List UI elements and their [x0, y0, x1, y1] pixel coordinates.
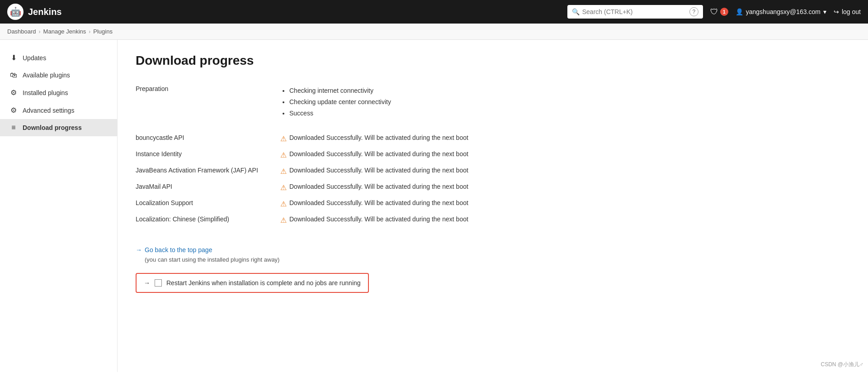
plugin-row-2: JavaBeans Activation Framework (JAF) API… [136, 163, 850, 179]
brand-name: Jenkins [28, 7, 61, 17]
back-note: (you can start using the installed plugi… [145, 256, 850, 263]
security-badge[interactable]: 🛡 1 [710, 7, 728, 17]
breadcrumb-manage-jenkins[interactable]: Manage Jenkins [43, 28, 86, 35]
restart-checkbox[interactable] [155, 279, 162, 287]
status-cell-0: ⚠ Downloaded Successfully. Will be activ… [280, 134, 850, 143]
sidebar: ⬇ Updates 🛍 Available plugins ⚙ Installe… [0, 40, 118, 372]
plugin-status-cell-1: ⚠ Downloaded Successfully. Will be activ… [280, 147, 850, 163]
user-email: yangshuangsxy@163.com [746, 8, 821, 15]
user-icon: 👤 [736, 8, 743, 15]
security-count: 1 [720, 8, 728, 16]
warning-icon-2: ⚠ [280, 167, 287, 176]
plugin-name-1: Instance Identity [136, 147, 280, 163]
warning-icon-5: ⚠ [280, 216, 287, 225]
sidebar-label-available: Available plugins [23, 72, 70, 79]
plugin-row-4: Localization Support ⚠ Downloaded Succes… [136, 196, 850, 212]
main-content: Download progress Preparation Checking i… [118, 40, 868, 372]
plugin-row-5: Localization: Chinese (Simplified) ⚠ Dow… [136, 212, 850, 228]
status-text-0: Downloaded Successfully. Will be activat… [289, 134, 468, 141]
restart-box: → Restart Jenkins when installation is c… [136, 273, 369, 293]
status-text-2: Downloaded Successfully. Will be activat… [289, 167, 468, 174]
jenkins-logo: 🤖 [7, 4, 24, 20]
sidebar-item-advanced[interactable]: ⚙ Advanced settings [0, 101, 117, 119]
status-text-1: Downloaded Successfully. Will be activat… [289, 150, 468, 158]
plugin-row-1: Instance Identity ⚠ Downloaded Successfu… [136, 147, 850, 163]
preparation-row: Preparation Checking internet connectivi… [136, 81, 850, 123]
plugin-status-cell-0: ⚠ Downloaded Successfully. Will be activ… [280, 130, 850, 147]
warning-icon-3: ⚠ [280, 183, 287, 192]
status-text-4: Downloaded Successfully. Will be activat… [289, 199, 468, 206]
sidebar-label-download-progress: Download progress [23, 124, 82, 131]
search-help-icon[interactable]: ? [689, 7, 698, 16]
status-cell-1: ⚠ Downloaded Successfully. Will be activ… [280, 150, 850, 159]
plugin-row-3: JavaMail API ⚠ Downloaded Successfully. … [136, 179, 850, 196]
breadcrumb-dashboard[interactable]: Dashboard [7, 28, 36, 35]
navbar: 🤖 Jenkins 🔍 ? 🛡 1 👤 yangshuangsxy@163.co… [0, 0, 868, 24]
status-cell-5: ⚠ Downloaded Successfully. Will be activ… [280, 215, 850, 225]
plugin-status-cell-3: ⚠ Downloaded Successfully. Will be activ… [280, 179, 850, 196]
brand-link[interactable]: 🤖 Jenkins [7, 4, 61, 20]
page-title: Download progress [136, 53, 850, 68]
restart-label: Restart Jenkins when installation is com… [166, 279, 361, 287]
logout-icon: ↪ [834, 8, 839, 15]
search-box: 🔍 ? [567, 5, 703, 19]
shield-icon: 🛡 [710, 7, 718, 17]
sidebar-label-updates: Updates [23, 54, 46, 62]
search-input[interactable] [582, 8, 687, 15]
available-icon: 🛍 [9, 71, 18, 79]
sidebar-label-advanced: Advanced settings [23, 107, 74, 114]
breadcrumb-plugins: Plugins [93, 28, 113, 35]
plugin-name-0: bouncycastle API [136, 130, 280, 147]
plugin-status-cell-4: ⚠ Downloaded Successfully. Will be activ… [280, 196, 850, 212]
plugin-name-4: Localization Support [136, 196, 280, 212]
breadcrumb-sep-2: › [89, 29, 90, 35]
status-text-5: Downloaded Successfully. Will be activat… [289, 215, 468, 223]
advanced-icon: ⚙ [9, 106, 18, 115]
status-cell-2: ⚠ Downloaded Successfully. Will be activ… [280, 167, 850, 176]
updates-icon: ⬇ [9, 53, 18, 62]
sidebar-item-available[interactable]: 🛍 Available plugins [0, 67, 117, 84]
breadcrumb-sep-1: › [39, 29, 41, 35]
logout-button[interactable]: ↪ log out [834, 8, 861, 15]
download-progress-icon: ≡ [9, 124, 18, 132]
plugin-name-2: JavaBeans Activation Framework (JAF) API [136, 163, 280, 179]
status-cell-4: ⚠ Downloaded Successfully. Will be activ… [280, 199, 850, 208]
user-dropdown-icon: ▾ [823, 8, 826, 15]
preparation-list: Checking internet connectivity Checking … [280, 85, 850, 120]
back-link-label: Go back to the top page [145, 246, 212, 253]
plugin-name-3: JavaMail API [136, 179, 280, 196]
plugin-status-cell-5: ⚠ Downloaded Successfully. Will be activ… [280, 212, 850, 228]
prep-item-1: Checking update center connectivity [289, 96, 850, 108]
user-info[interactable]: 👤 yangshuangsxy@163.com ▾ [736, 8, 826, 15]
layout: ⬇ Updates 🛍 Available plugins ⚙ Installe… [0, 40, 868, 372]
restart-arrow-icon: → [144, 279, 150, 287]
preparation-items-cell: Checking internet connectivity Checking … [280, 81, 850, 123]
warning-icon-4: ⚠ [280, 200, 287, 208]
sidebar-item-download-progress[interactable]: ≡ Download progress [0, 119, 117, 136]
back-arrow-icon: → [136, 246, 142, 253]
progress-table: Preparation Checking internet connectivi… [136, 81, 850, 228]
plugin-status-cell-2: ⚠ Downloaded Successfully. Will be activ… [280, 163, 850, 179]
sidebar-item-updates[interactable]: ⬇ Updates [0, 49, 117, 67]
status-cell-3: ⚠ Downloaded Successfully. Will be activ… [280, 183, 850, 192]
prep-item-2: Success [289, 108, 850, 119]
navbar-right: 🛡 1 👤 yangshuangsxy@163.com ▾ ↪ log out [710, 7, 861, 17]
sidebar-item-installed[interactable]: ⚙ Installed plugins [0, 84, 117, 101]
prep-item-0: Checking internet connectivity [289, 85, 850, 96]
back-to-top-link[interactable]: → Go back to the top page [136, 246, 850, 253]
logout-label: log out [842, 8, 861, 15]
sidebar-label-installed: Installed plugins [23, 89, 68, 96]
plugin-row-0: bouncycastle API ⚠ Downloaded Successful… [136, 130, 850, 147]
search-icon: 🔍 [572, 8, 580, 15]
plugin-name-5: Localization: Chinese (Simplified) [136, 212, 280, 228]
watermark: CSDN @小渔儿♂ [821, 361, 863, 368]
spacer-row [136, 123, 850, 130]
actions-section: → Go back to the top page (you can start… [136, 246, 850, 293]
preparation-label: Preparation [136, 81, 280, 123]
status-text-3: Downloaded Successfully. Will be activat… [289, 183, 468, 190]
warning-icon-0: ⚠ [280, 134, 287, 143]
warning-icon-1: ⚠ [280, 151, 287, 159]
breadcrumb: Dashboard › Manage Jenkins › Plugins [0, 24, 868, 40]
installed-icon: ⚙ [9, 88, 18, 97]
